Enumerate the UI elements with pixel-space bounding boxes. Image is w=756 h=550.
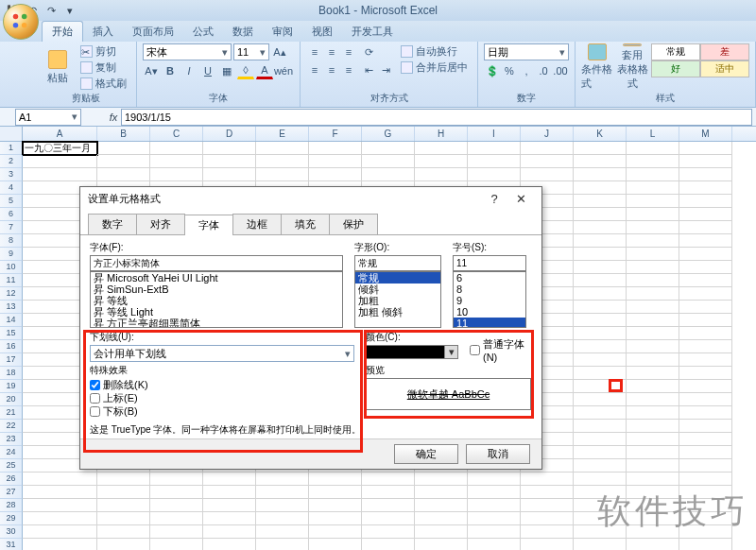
cell[interactable] — [468, 512, 521, 525]
cell[interactable] — [362, 539, 415, 550]
cell[interactable] — [574, 221, 627, 234]
cell[interactable] — [627, 327, 679, 340]
cell[interactable] — [97, 512, 150, 525]
cell[interactable] — [150, 486, 203, 499]
cell[interactable] — [521, 499, 574, 512]
cell[interactable] — [627, 287, 679, 301]
cell[interactable] — [574, 353, 627, 367]
col-header[interactable]: B — [97, 127, 150, 141]
cell[interactable] — [256, 512, 309, 525]
underline-icon[interactable]: U — [199, 62, 216, 79]
cell[interactable] — [627, 168, 679, 181]
cell[interactable] — [574, 248, 627, 261]
cell[interactable] — [679, 287, 732, 301]
cell[interactable] — [468, 486, 521, 499]
cell[interactable] — [679, 406, 732, 420]
cell[interactable] — [309, 539, 362, 550]
outdent-icon[interactable]: ⇤ — [360, 61, 377, 78]
cell[interactable] — [574, 168, 627, 181]
dtab-font[interactable]: 字体 — [184, 215, 233, 235]
cell[interactable] — [309, 168, 362, 181]
cell[interactable] — [97, 539, 150, 550]
col-header[interactable]: H — [415, 127, 468, 141]
cell[interactable] — [203, 155, 256, 168]
select-all-corner[interactable] — [0, 127, 23, 141]
tab-data[interactable]: 数据 — [223, 22, 263, 42]
cell[interactable] — [679, 208, 732, 221]
cell[interactable] — [627, 367, 679, 380]
cell[interactable] — [203, 512, 256, 525]
cell[interactable] — [679, 367, 732, 380]
paste-button[interactable]: 粘贴 — [42, 43, 74, 91]
cell[interactable] — [256, 486, 309, 499]
tab-formula[interactable]: 公式 — [183, 22, 223, 42]
row-header[interactable]: 5 — [0, 195, 23, 208]
cell[interactable] — [627, 221, 679, 234]
cell[interactable] — [203, 525, 256, 539]
sub-checkbox[interactable] — [90, 406, 100, 417]
cell[interactable] — [627, 340, 679, 353]
row-header[interactable]: 18 — [0, 367, 23, 380]
cell[interactable] — [627, 248, 679, 261]
cell[interactable] — [574, 234, 627, 248]
cell[interactable] — [521, 473, 574, 486]
cell[interactable] — [574, 406, 627, 420]
cell[interactable] — [23, 512, 97, 525]
cell[interactable] — [468, 499, 521, 512]
cell[interactable] — [203, 539, 256, 550]
cell[interactable] — [521, 142, 574, 155]
font-color-icon[interactable]: A — [256, 62, 273, 79]
orientation-icon[interactable]: ⟳ — [360, 43, 377, 60]
cell[interactable] — [362, 473, 415, 486]
cell[interactable] — [679, 181, 732, 195]
cell[interactable] — [415, 168, 468, 181]
row-header[interactable]: 9 — [0, 248, 23, 261]
cell[interactable] — [97, 155, 150, 168]
size-listbox[interactable]: 689101112 — [453, 271, 526, 328]
cell[interactable] — [256, 525, 309, 539]
cell[interactable] — [150, 155, 203, 168]
font-input[interactable] — [90, 255, 343, 271]
cell[interactable]: 一九〇三年一月 — [23, 142, 97, 155]
cell[interactable] — [627, 301, 679, 314]
cell[interactable] — [627, 380, 679, 393]
cell[interactable] — [203, 142, 256, 155]
cell[interactable] — [679, 340, 732, 353]
name-box[interactable]: A1▾ — [15, 109, 81, 126]
cell[interactable] — [574, 327, 627, 340]
row-header[interactable]: 1 — [0, 142, 23, 155]
ok-button[interactable]: 确定 — [394, 444, 458, 464]
style-good[interactable]: 好 — [651, 60, 700, 77]
bold-icon[interactable]: B — [162, 62, 179, 79]
cell[interactable] — [679, 248, 732, 261]
cell[interactable] — [23, 155, 97, 168]
copy-button[interactable]: 复制 — [77, 60, 130, 75]
col-header[interactable]: L — [627, 127, 679, 141]
row-header[interactable]: 10 — [0, 261, 23, 274]
cell[interactable] — [23, 168, 97, 181]
cell[interactable] — [203, 168, 256, 181]
cell[interactable] — [679, 155, 732, 168]
cell[interactable] — [574, 539, 627, 550]
col-header[interactable]: I — [468, 127, 521, 141]
cell[interactable] — [627, 208, 679, 221]
cell[interactable] — [627, 261, 679, 274]
col-header[interactable]: F — [309, 127, 362, 141]
cell[interactable] — [679, 459, 732, 473]
style-input[interactable] — [354, 255, 441, 271]
cell[interactable] — [23, 499, 97, 512]
cell[interactable] — [256, 155, 309, 168]
cell[interactable] — [521, 155, 574, 168]
phonetic-icon[interactable]: wén — [275, 62, 292, 79]
row-header[interactable]: 21 — [0, 406, 23, 420]
cell[interactable] — [574, 195, 627, 208]
cell[interactable] — [574, 433, 627, 446]
col-header[interactable]: D — [203, 127, 256, 141]
cell[interactable] — [468, 473, 521, 486]
dtab-border[interactable]: 边框 — [232, 214, 282, 234]
col-header[interactable]: M — [679, 127, 732, 141]
font-size-combo[interactable]: 11▾ — [233, 43, 269, 60]
cell[interactable] — [574, 314, 627, 327]
italic-icon[interactable]: I — [180, 62, 198, 79]
cell[interactable] — [574, 301, 627, 314]
